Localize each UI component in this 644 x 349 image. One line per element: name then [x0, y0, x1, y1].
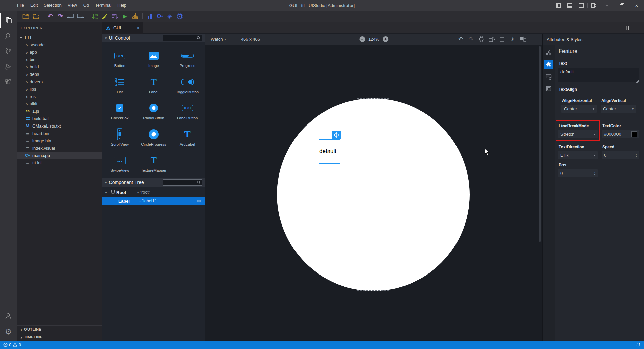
menu-selection[interactable]: Selection: [41, 0, 64, 11]
color-swatch[interactable]: [631, 131, 637, 137]
menu-file[interactable]: File: [14, 0, 27, 11]
tree-folder-res[interactable]: ›res: [17, 93, 102, 100]
ui-control-search-input[interactable]: [163, 35, 202, 41]
diamond-icon[interactable]: ◈: [165, 12, 175, 21]
palette-progress[interactable]: Progress: [170, 47, 204, 68]
move-handle[interactable]: [332, 131, 341, 139]
watch-device-icon[interactable]: [477, 36, 485, 42]
gears-icon[interactable]: ⚙۾: [155, 12, 165, 21]
notifications-bell-icon[interactable]: [636, 342, 641, 347]
timeline-section[interactable]: ›TIMELINE: [17, 333, 102, 341]
palette-arclabel[interactable]: T ArcLabel: [170, 126, 204, 146]
problems-indicator[interactable]: 0 0: [3, 343, 21, 347]
outline-section[interactable]: ›OUTLINE: [17, 325, 102, 333]
tree-folder-app[interactable]: ›app: [17, 48, 102, 56]
deploy-icon[interactable]: [130, 12, 140, 21]
close-tab-icon[interactable]: ×: [137, 25, 140, 31]
tree-file-maincpp[interactable]: C+main.cpp: [17, 152, 102, 159]
textdirection-select[interactable]: LTR ▾: [558, 151, 598, 159]
more-actions-icon[interactable]: ⋯: [93, 25, 98, 31]
search-icon[interactable]: [0, 28, 17, 44]
component-tree-search-input[interactable]: [163, 179, 202, 186]
palette-label[interactable]: T Label: [137, 73, 171, 94]
canvas-scrollbar[interactable]: [539, 46, 541, 242]
palette-button[interactable]: BTN Button: [103, 47, 137, 68]
menu-view[interactable]: View: [65, 0, 80, 11]
tree-folder-vscode[interactable]: ›.vscode: [17, 41, 102, 48]
canvas-viewport[interactable]: default: [205, 45, 542, 341]
menu-edit[interactable]: Edit: [27, 0, 41, 11]
palette-togglebutton[interactable]: ToggleButton: [170, 73, 204, 94]
split-editor-icon[interactable]: [621, 26, 631, 30]
restore-button[interactable]: [614, 0, 629, 11]
import-window-icon[interactable]: [65, 12, 75, 21]
tree-file-cmakelists[interactable]: MCMakeLists.txt: [17, 122, 102, 130]
textcolor-input[interactable]: #000000: [602, 130, 639, 138]
source-control-icon[interactable]: [0, 44, 17, 59]
settings-gear-icon[interactable]: ⚙: [0, 324, 17, 339]
rotate-device-icon[interactable]: [488, 36, 496, 42]
zoom-in-button[interactable]: +: [383, 36, 388, 42]
tree-root-ttt[interactable]: ›TTT: [17, 34, 102, 41]
stepper-arrows-icon[interactable]: ▴▾: [636, 154, 637, 157]
extensions-icon[interactable]: [0, 74, 17, 90]
run-debug-icon[interactable]: [0, 59, 17, 74]
tree-file-heartbin[interactable]: ≡heart.bin: [17, 130, 102, 137]
tree-file-1js[interactable]: JS1.js: [17, 107, 102, 115]
align-horizontal-select[interactable]: Center ▾: [561, 105, 597, 113]
new-project-folder-icon[interactable]: [21, 12, 31, 21]
palette-labelbutton[interactable]: TEXT LabelButton: [170, 99, 204, 120]
selected-label-widget[interactable]: default: [319, 139, 340, 164]
export-window-icon[interactable]: [75, 12, 86, 21]
menu-terminal[interactable]: Terminal: [92, 0, 114, 11]
stats-bars-icon[interactable]: [145, 12, 155, 21]
tree-folder-uikit[interactable]: ›uikit: [17, 100, 102, 107]
undo-icon[interactable]: ↶: [45, 12, 55, 21]
redo-icon[interactable]: ↷: [55, 12, 65, 21]
tree-folder-deps[interactable]: ›deps: [17, 70, 102, 78]
customize-layout-icon[interactable]: [588, 0, 600, 11]
component-tree-header[interactable]: ▾ Component Tree: [102, 178, 205, 187]
toggle-sidebar-icon[interactable]: [552, 0, 564, 11]
zoom-out-button[interactable]: −: [359, 36, 365, 42]
palette-image[interactable]: Image: [137, 47, 171, 68]
palette-texturemapper[interactable]: T TextureMapper: [137, 152, 171, 172]
align-vertical-select[interactable]: Center ▾: [601, 105, 636, 113]
tree-node-root[interactable]: ▾ Root - "root": [102, 188, 205, 197]
hierarchy-icon[interactable]: [544, 48, 553, 57]
palette-list[interactable]: List: [103, 73, 137, 94]
theme-brightness-icon[interactable]: ☀: [508, 36, 517, 42]
clean-broom-icon[interactable]: [100, 12, 110, 21]
visibility-eye-icon[interactable]: [196, 199, 202, 203]
canvas-redo-icon[interactable]: ↷: [467, 36, 475, 43]
stepper-arrows-icon[interactable]: ▴▾: [594, 172, 595, 175]
selection-box-icon[interactable]: [498, 37, 506, 42]
layout-switch-icon[interactable]: [519, 36, 527, 42]
feature-puzzle-icon[interactable]: [544, 60, 553, 69]
sort-numeric-icon[interactable]: 0110: [90, 12, 100, 21]
tab-gui[interactable]: GUI ×: [102, 22, 143, 34]
palette-swipeview[interactable]: SwipeView: [103, 152, 137, 172]
minimize-button[interactable]: −: [600, 0, 614, 11]
run-play-icon[interactable]: ▶: [120, 12, 130, 21]
palette-radiobutton[interactable]: RadioButton: [137, 99, 171, 120]
chip-icon[interactable]: [175, 12, 185, 21]
palette-checkbox[interactable]: ✓ CheckBox: [103, 99, 137, 120]
tree-folder-build[interactable]: ›build: [17, 63, 102, 70]
tree-folder-bin[interactable]: ›bin: [17, 56, 102, 63]
tree-file-indexvisual[interactable]: ≡index.visual: [17, 144, 102, 152]
pos-stepper[interactable]: 0 ▴▾: [558, 169, 598, 177]
text-input[interactable]: default: [558, 68, 639, 82]
account-icon[interactable]: [0, 308, 17, 324]
toggle-panel-icon[interactable]: [564, 0, 575, 11]
frame-icon[interactable]: [544, 84, 553, 93]
watch-face-circle[interactable]: [277, 98, 470, 291]
more-actions-icon[interactable]: ⋯: [631, 24, 641, 31]
close-button[interactable]: ×: [629, 0, 644, 11]
sort-lines-icon[interactable]: [110, 12, 120, 21]
tree-file-buildbat[interactable]: build.bat: [17, 115, 102, 122]
palette-scrollview[interactable]: ScrollView: [103, 126, 137, 146]
menu-go[interactable]: Go: [80, 0, 92, 11]
linebreakmode-select[interactable]: Stretch ▾: [558, 130, 598, 138]
tree-folder-libs[interactable]: ›libs: [17, 85, 102, 93]
